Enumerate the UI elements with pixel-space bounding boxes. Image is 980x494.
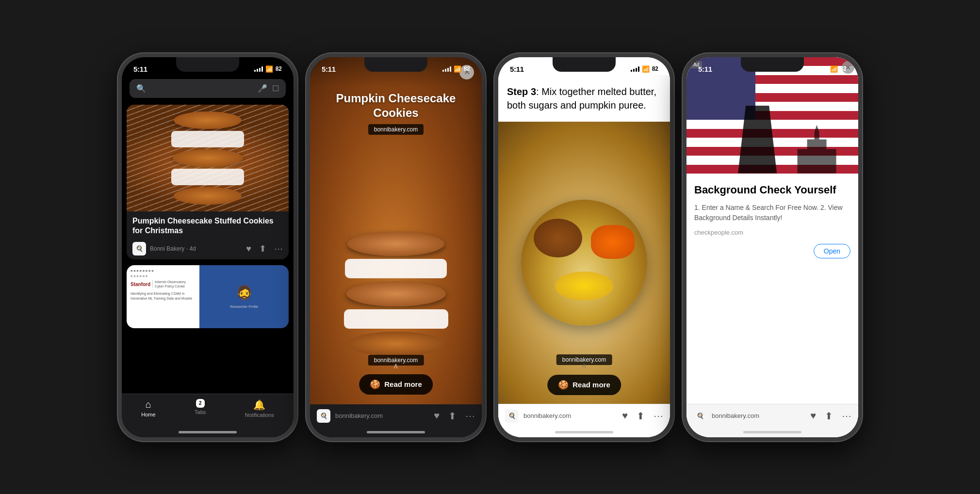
status-bar-1: 5:11 📶 82 <box>122 57 294 75</box>
stanford-left: ■ ■ ■ ■ ■ ■ ■ ■ ■ ■ ■ ■ ■ ■ Stanford Int… <box>127 265 199 328</box>
signal-icon-2 <box>442 66 451 72</box>
source-icon-2: 🍳 <box>317 409 330 423</box>
source-icon-4: 🍳 <box>693 409 707 423</box>
bottom-nav: ⌂ Home 2 Tabs 🔔 Notifications <box>122 394 294 428</box>
status-icons-1: 📶 82 <box>254 65 282 73</box>
like-icon-3[interactable]: ♥ <box>622 410 628 422</box>
recipe-footer-domain: bonnibakery.com <box>523 412 617 419</box>
status-time-1: 5:11 <box>133 65 147 73</box>
phone-4: 5:11 📶 82 <box>683 53 862 441</box>
more-icon-4[interactable]: ⋯ <box>842 410 851 422</box>
signal-icon-1 <box>254 66 263 72</box>
like-icon-4[interactable]: ♥ <box>810 410 816 422</box>
recipe-step-text: Step 3: Mix together melted butter, both… <box>507 85 661 112</box>
feed-card-2[interactable]: ■ ■ ■ ■ ■ ■ ■ ■ ■ ■ ■ ■ ■ ■ Stanford Int… <box>127 265 289 328</box>
ad-content: Background Check Yourself 1. Enter a Nam… <box>686 174 858 404</box>
search-bar[interactable]: 🔍 🎤 ☐ <box>130 79 286 98</box>
phones-container: 5:11 📶 82 🔍 🎤 <box>118 53 862 441</box>
ad-domain: checkpeople.com <box>694 229 850 236</box>
status-icons-2: 📶 82 <box>442 65 470 73</box>
recipe-footer-3: 🍳 bonnibakery.com ♥ ⬆ ⋯ <box>498 404 670 428</box>
article-footer-actions-2: ♥ ⬆ ⋯ <box>434 410 475 422</box>
nav-tabs[interactable]: 2 Tabs <box>195 399 206 418</box>
ad-footer-domain: bonnibakery.com <box>712 412 805 419</box>
home-indicator-2 <box>310 428 482 437</box>
wifi-icon-1: 📶 <box>265 65 273 73</box>
stanford-card: ■ ■ ■ ■ ■ ■ ■ ■ ■ ■ ■ ■ ■ ■ Stanford Int… <box>127 265 289 328</box>
like-icon-1[interactable]: ♥ <box>246 244 251 254</box>
status-bar-3: 5:11 📶 82 <box>498 57 670 75</box>
share-icon-2[interactable]: ⬆ <box>448 410 457 422</box>
ad-footer-actions: ♥ ⬆ ⋯ <box>810 410 851 422</box>
share-icon-4[interactable]: ⬆ <box>825 410 833 422</box>
article-footer-domain-2: bonnibakery.com <box>335 412 429 419</box>
status-bar-2: 5:11 📶 82 <box>310 57 482 75</box>
feed-card-1[interactable]: 🔖 Pumpkin Cheesecake Stuffed Cookies for… <box>127 105 289 260</box>
article-footer-2: 🍳 bonnibakery.com ♥ ⬆ ⋯ <box>310 404 482 428</box>
recipe-image-3: bonnibakery.com ∧ 🍪 Read more <box>498 122 670 404</box>
share-icon-1[interactable]: ⬆ <box>259 243 266 254</box>
tabs-badge: 2 <box>196 399 205 408</box>
status-time-3: 5:11 <box>510 65 524 73</box>
home-indicator-1 <box>122 428 294 437</box>
stanford-title: Identifying and Eliminating CSAM in Gene… <box>131 291 196 301</box>
status-time-2: 5:11 <box>322 65 336 73</box>
feed-image-1 <box>127 105 289 211</box>
wifi-icon-4: 📶 <box>830 65 838 73</box>
home-indicator-4 <box>686 428 858 437</box>
share-icon-3[interactable]: ⬆ <box>637 410 645 422</box>
status-icons-4: 📶 82 <box>819 65 847 73</box>
battery-icon-2: 82 <box>464 65 470 72</box>
bell-icon: 🔔 <box>253 399 265 411</box>
read-more-button-2[interactable]: 🍪 Read more <box>359 374 433 395</box>
more-icon-2[interactable]: ⋯ <box>465 410 475 422</box>
scroll-hint-3: ∧ <box>581 361 587 370</box>
more-icon-3[interactable]: ⋯ <box>653 410 663 422</box>
article-image-2: Pumpkin Cheesecake Cookies bonnibakery.c… <box>310 57 482 404</box>
ad-footer-4: 🍳 bonnibakery.com ♥ ⬆ ⋯ <box>686 404 858 428</box>
battery-icon-4: 82 <box>840 65 847 72</box>
article-title-2: Pumpkin Cheesecake Cookies <box>320 91 472 120</box>
status-icons-3: 📶 82 <box>631 65 658 73</box>
phone-3: 5:11 📶 82 Step 3: Mix together <box>494 53 674 441</box>
recipe-footer-actions: ♥ ⬆ ⋯ <box>622 410 663 422</box>
feed-meta-1: Bonni Bakery · 4d <box>150 245 242 252</box>
battery-icon-3: 82 <box>652 65 658 72</box>
feed-actions-1: ♥ ⬆ ⋯ <box>246 243 283 254</box>
status-bar-4: 5:11 📶 82 <box>686 57 858 75</box>
wifi-icon-2: 📶 <box>454 65 461 73</box>
phone-1: 5:11 📶 82 🔍 🎤 <box>118 53 297 441</box>
recipe-text-area: Step 3: Mix together melted butter, both… <box>498 75 670 122</box>
read-more-button-3[interactable]: 🍪 Read more <box>547 375 621 395</box>
cookie-emoji: 🍪 <box>370 379 380 390</box>
article-domain-badge-top: bonnibakery.com <box>368 124 424 135</box>
ad-description: 1. Enter a Name & Search For Free Now. 2… <box>694 203 850 223</box>
feed-footer-1: 🍳 Bonni Bakery · 4d ♥ ⬆ ⋯ <box>127 238 289 259</box>
phone-2: 5:11 📶 82 <box>306 53 486 441</box>
source-icon-3: 🍳 <box>505 409 519 423</box>
recipe-step-label: Step 3 <box>507 86 536 97</box>
ad-title: Background Check Yourself <box>694 183 850 197</box>
like-icon-2[interactable]: ♥ <box>434 410 440 422</box>
scan-icon[interactable]: ☐ <box>272 84 279 93</box>
article-title-overlay: Pumpkin Cheesecake Cookies bonnibakery.c… <box>310 86 482 140</box>
battery-icon-1: 82 <box>276 65 282 72</box>
feed-title-1: Pumpkin Cheesecake Stuffed Cookies for C… <box>127 211 289 239</box>
more-icon-1[interactable]: ⋯ <box>274 243 283 254</box>
signal-icon-3 <box>631 66 639 72</box>
search-icon: 🔍 <box>136 84 146 93</box>
mic-icon[interactable]: 🎤 <box>258 84 267 93</box>
scroll-hint-2: ∧ <box>393 361 399 370</box>
status-time-4: 5:11 <box>698 65 712 73</box>
source-icon-1: 🍳 <box>132 242 146 255</box>
stanford-right: 🧔 Researcher Profile <box>199 265 289 328</box>
wifi-icon-3: 📶 <box>642 65 650 73</box>
ad-open-button[interactable]: Open <box>814 244 850 258</box>
home-indicator-3 <box>498 428 670 437</box>
stanford-logo: Stanford <box>131 282 150 287</box>
nav-notifications[interactable]: 🔔 Notifications <box>245 399 274 418</box>
nav-home[interactable]: ⌂ Home <box>141 399 155 418</box>
home-icon: ⌂ <box>146 399 151 410</box>
cookie-emoji-3: 🍪 <box>558 380 569 390</box>
signal-icon-4 <box>819 66 828 72</box>
